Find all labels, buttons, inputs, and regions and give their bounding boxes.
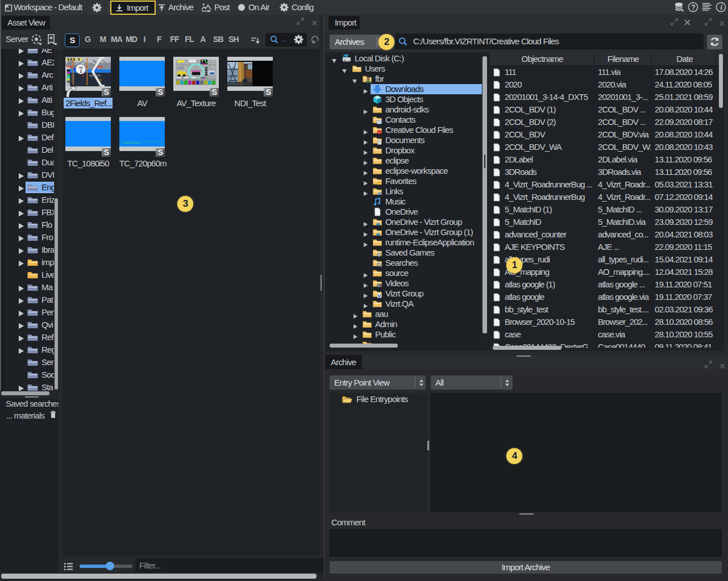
svg-text:WW.00.0.05: WW.00.0.05 xyxy=(89,74,101,77)
svg-text::F:0: :F:0 xyxy=(98,78,102,82)
svg-text:i: i xyxy=(721,3,723,11)
svg-text:?: ? xyxy=(691,3,695,11)
